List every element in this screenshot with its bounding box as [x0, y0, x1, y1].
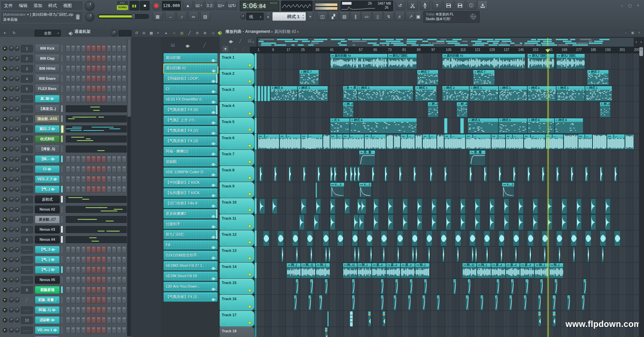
pattern-stepper[interactable]: ▲▼ [301, 14, 304, 20]
playlist-clip[interactable] [382, 311, 385, 327]
step-cell[interactable] [86, 95, 91, 102]
step-cell[interactable] [117, 246, 121, 253]
step-cell[interactable] [101, 266, 106, 273]
track-header[interactable]: Track 17... [220, 311, 254, 327]
minimap-options-button[interactable]: • [639, 38, 643, 46]
playlist-clip[interactable]: ∿ [509, 295, 512, 311]
step-cell[interactable] [117, 327, 121, 334]
playlist-clip[interactable] [370, 247, 372, 262]
step-cell[interactable] [81, 176, 86, 183]
channel-button[interactable]: 808 HiHat [35, 65, 60, 72]
step-cell[interactable] [107, 55, 111, 62]
picker-item[interactable]: DJXZ自制组合拍手.. [163, 250, 218, 260]
playlist-clip[interactable]: ↦ 【..- [258, 134, 279, 150]
step-cell[interactable] [81, 85, 86, 92]
track-mute-led[interactable] [248, 96, 251, 99]
step-cell[interactable] [101, 306, 106, 314]
playlist-clip[interactable] [399, 166, 402, 182]
step-cell[interactable] [122, 246, 126, 253]
step-cell[interactable] [117, 156, 121, 163]
playlist-clip[interactable] [591, 199, 596, 214]
step-cell[interactable] [66, 306, 70, 314]
playlist-clip[interactable] [330, 215, 335, 230]
channel-volume-knob[interactable] [14, 56, 19, 61]
channel-number[interactable]: —— [21, 276, 33, 284]
playlist-clip[interactable]: ≡ 样式 7 [473, 70, 495, 85]
step-cell[interactable] [81, 317, 86, 324]
channel-button[interactable]: 原乡鼓..C7 [35, 216, 60, 223]
playlist-clip[interactable] [518, 215, 524, 230]
playlist-clip[interactable]: ∿ [381, 295, 384, 311]
channel-volume-knob[interactable] [14, 106, 19, 111]
step-cell[interactable] [101, 85, 106, 92]
channel-select-strip[interactable] [61, 135, 63, 142]
track-header[interactable]: Track 10... [220, 198, 254, 214]
channel-volume-knob[interactable] [14, 116, 19, 121]
playlist-timeline-ruler[interactable]: 1917253341495765738189971051131211291371… [250, 47, 639, 54]
step-cell[interactable] [86, 256, 91, 263]
step-cell[interactable] [96, 55, 101, 62]
playlist-clip[interactable] [317, 166, 320, 182]
step-cell[interactable] [122, 45, 126, 52]
channel-button[interactable]: 进副歌 [35, 316, 60, 324]
channel-mute-led[interactable] [3, 107, 7, 111]
playlist-clip[interactable] [444, 118, 448, 133]
channel-volume-knob[interactable] [14, 147, 19, 152]
channel-volume-knob[interactable] [14, 297, 19, 302]
step-cell[interactable] [71, 266, 75, 273]
track-options-dots[interactable]: ... [223, 209, 226, 213]
playlist-clip[interactable] [415, 247, 417, 262]
channel-preview[interactable] [66, 135, 127, 143]
channel-number[interactable]: 10 [21, 317, 33, 324]
step-cell[interactable] [71, 45, 75, 52]
playlist-clip[interactable]: ≡ 样式 7 [587, 70, 609, 85]
step-cell[interactable] [112, 55, 116, 62]
playlist-clip[interactable]: ∿ [308, 295, 311, 311]
channel-number[interactable]: —— [21, 246, 33, 254]
track-color-strip[interactable] [255, 311, 257, 327]
playlist-clip[interactable] [354, 247, 356, 262]
playlist-clip[interactable]: ≡ 样式 2 [442, 86, 469, 101]
playlist-clip[interactable] [460, 215, 466, 230]
playlist-clip[interactable] [415, 134, 422, 150]
graph-icon[interactable]: ılı [141, 30, 147, 36]
channel-mute-led[interactable] [3, 217, 7, 222]
track-mute-led[interactable] [248, 128, 251, 131]
step-cell[interactable] [112, 286, 116, 293]
channel-preview[interactable] [66, 226, 127, 233]
playlist-clip[interactable] [601, 247, 604, 262]
step-cell[interactable] [107, 246, 111, 253]
channel-select-strip[interactable] [61, 306, 63, 313]
channel-volume-knob[interactable] [14, 86, 19, 91]
playlist-clip[interactable] [558, 247, 560, 262]
channel-volume-knob[interactable] [14, 237, 19, 242]
channel-button[interactable]: Nexus #3 [35, 226, 60, 233]
playlist-clip[interactable] [366, 231, 373, 246]
track-mute-led[interactable] [248, 257, 251, 260]
step-cell[interactable] [117, 276, 121, 283]
playlist-clip[interactable]: ∿ [294, 295, 297, 311]
step-cell[interactable] [122, 75, 126, 82]
playlist-clip[interactable] [382, 247, 385, 262]
channel-number[interactable]: —— [21, 105, 33, 113]
playlist-clip[interactable] [538, 311, 541, 327]
picker-scrollbar-thumb[interactable] [217, 53, 219, 66]
picker-item[interactable]: VEDM3 Short Fill 27 1.. [163, 261, 218, 271]
step-cell[interactable] [76, 286, 80, 293]
playlist-clip[interactable] [504, 199, 509, 214]
step-cell[interactable] [122, 65, 126, 72]
playlist-clip[interactable] [533, 215, 538, 230]
playlist-clip[interactable] [337, 231, 343, 246]
step-cell[interactable] [86, 55, 91, 62]
step-cell[interactable] [91, 296, 96, 303]
channel-select-strip[interactable] [61, 296, 63, 303]
step-cell[interactable] [107, 75, 111, 82]
channel-button[interactable]: Nexus #2 [35, 206, 60, 213]
undo-icon[interactable]: ↺ [395, 1, 405, 10]
playlist-clip[interactable]: ∿ [495, 295, 498, 311]
layout-icon[interactable]: ▦ [148, 30, 154, 36]
picker-tab-patterns[interactable]: Ш [169, 42, 176, 48]
playlist-clip[interactable]: ∿ [567, 295, 570, 311]
track-options-dots[interactable]: ... [223, 193, 226, 196]
channel-pan-knob[interactable] [9, 277, 14, 282]
